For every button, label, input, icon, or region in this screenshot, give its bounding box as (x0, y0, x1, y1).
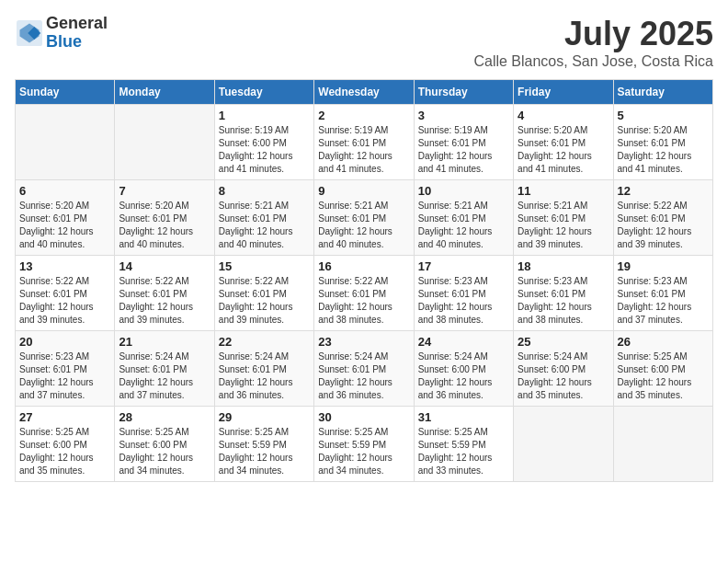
day-number: 19 (618, 259, 709, 273)
day-number: 25 (518, 335, 609, 349)
day-info: Sunrise: 5:24 AMSunset: 6:00 PMDaylight:… (518, 350, 609, 402)
day-info: Sunrise: 5:23 AMSunset: 6:01 PMDaylight:… (518, 275, 609, 327)
day-info: Sunrise: 5:19 AMSunset: 6:01 PMDaylight:… (318, 124, 409, 176)
day-info: Sunrise: 5:22 AMSunset: 6:01 PMDaylight:… (618, 200, 709, 251)
day-number: 31 (418, 410, 509, 424)
calendar-week-row: 13Sunrise: 5:22 AMSunset: 6:01 PMDayligh… (16, 256, 713, 331)
calendar-cell (514, 407, 613, 482)
calendar-cell: 1Sunrise: 5:19 AMSunset: 6:00 PMDaylight… (214, 105, 313, 180)
calendar-week-row: 1Sunrise: 5:19 AMSunset: 6:00 PMDaylight… (16, 105, 713, 180)
title-area: July 2025 Calle Blancos, San Jose, Costa… (473, 15, 713, 70)
day-number: 6 (19, 184, 110, 198)
day-number: 7 (119, 184, 210, 198)
day-number: 17 (418, 259, 509, 273)
day-info: Sunrise: 5:23 AMSunset: 6:01 PMDaylight:… (19, 350, 110, 402)
calendar-cell: 12Sunrise: 5:22 AMSunset: 6:01 PMDayligh… (613, 180, 712, 256)
day-number: 5 (618, 109, 709, 122)
logo: General Blue (15, 15, 108, 52)
day-number: 21 (119, 335, 210, 349)
day-number: 4 (518, 109, 609, 122)
day-info: Sunrise: 5:22 AMSunset: 6:01 PMDaylight:… (219, 275, 310, 327)
day-number: 23 (318, 335, 409, 349)
calendar-cell: 31Sunrise: 5:25 AMSunset: 5:59 PMDayligh… (414, 407, 513, 482)
calendar-cell: 29Sunrise: 5:25 AMSunset: 5:59 PMDayligh… (214, 407, 313, 482)
calendar-header-row: SundayMondayTuesdayWednesdayThursdayFrid… (16, 80, 713, 105)
day-info: Sunrise: 5:24 AMSunset: 6:01 PMDaylight:… (318, 350, 409, 402)
day-info: Sunrise: 5:21 AMSunset: 6:01 PMDaylight:… (219, 200, 310, 251)
calendar-header-tuesday: Tuesday (214, 80, 313, 105)
day-info: Sunrise: 5:25 AMSunset: 5:59 PMDaylight:… (318, 426, 409, 477)
day-info: Sunrise: 5:22 AMSunset: 6:01 PMDaylight:… (318, 275, 409, 327)
calendar-cell: 9Sunrise: 5:21 AMSunset: 6:01 PMDaylight… (314, 180, 414, 256)
calendar-cell: 24Sunrise: 5:24 AMSunset: 6:00 PMDayligh… (414, 331, 513, 407)
calendar-cell: 2Sunrise: 5:19 AMSunset: 6:01 PMDaylight… (314, 105, 414, 180)
calendar-header-saturday: Saturday (613, 80, 712, 105)
day-number: 2 (318, 109, 409, 122)
calendar-cell: 15Sunrise: 5:22 AMSunset: 6:01 PMDayligh… (214, 256, 313, 331)
day-number: 30 (318, 410, 409, 424)
day-info: Sunrise: 5:24 AMSunset: 6:00 PMDaylight:… (418, 350, 509, 402)
calendar-cell: 7Sunrise: 5:20 AMSunset: 6:01 PMDaylight… (115, 180, 214, 256)
logo-text-stack: General Blue (46, 15, 108, 52)
day-number: 29 (219, 410, 310, 424)
calendar-cell: 25Sunrise: 5:24 AMSunset: 6:00 PMDayligh… (514, 331, 613, 407)
calendar-header-wednesday: Wednesday (314, 80, 414, 105)
logo-general: General (46, 15, 108, 33)
calendar-cell: 14Sunrise: 5:22 AMSunset: 6:01 PMDayligh… (115, 256, 214, 331)
logo-blue: Blue (46, 33, 108, 52)
day-number: 24 (418, 335, 509, 349)
calendar-header-monday: Monday (115, 80, 214, 105)
calendar-cell: 6Sunrise: 5:20 AMSunset: 6:01 PMDaylight… (16, 180, 115, 256)
calendar-cell: 21Sunrise: 5:24 AMSunset: 6:01 PMDayligh… (115, 331, 214, 407)
calendar-cell (16, 105, 115, 180)
day-number: 10 (418, 184, 509, 198)
day-info: Sunrise: 5:20 AMSunset: 6:01 PMDaylight:… (618, 124, 709, 176)
day-info: Sunrise: 5:20 AMSunset: 6:01 PMDaylight:… (119, 200, 210, 251)
calendar-cell: 5Sunrise: 5:20 AMSunset: 6:01 PMDaylight… (613, 105, 712, 180)
location: Calle Blancos, San Jose, Costa Rica (473, 53, 713, 70)
calendar-cell: 22Sunrise: 5:24 AMSunset: 6:01 PMDayligh… (214, 331, 313, 407)
day-number: 22 (219, 335, 310, 349)
calendar-cell: 20Sunrise: 5:23 AMSunset: 6:01 PMDayligh… (16, 331, 115, 407)
calendar-cell: 27Sunrise: 5:25 AMSunset: 6:00 PMDayligh… (16, 407, 115, 482)
day-info: Sunrise: 5:25 AMSunset: 5:59 PMDaylight:… (418, 426, 509, 477)
calendar-cell: 4Sunrise: 5:20 AMSunset: 6:01 PMDaylight… (514, 105, 613, 180)
day-number: 12 (618, 184, 709, 198)
calendar-week-row: 27Sunrise: 5:25 AMSunset: 6:00 PMDayligh… (16, 407, 713, 482)
header: General Blue July 2025 Calle Blancos, Sa… (15, 15, 713, 70)
day-number: 20 (19, 335, 110, 349)
calendar-cell: 23Sunrise: 5:24 AMSunset: 6:01 PMDayligh… (314, 331, 414, 407)
calendar-cell: 18Sunrise: 5:23 AMSunset: 6:01 PMDayligh… (514, 256, 613, 331)
day-info: Sunrise: 5:19 AMSunset: 6:00 PMDaylight:… (219, 124, 310, 176)
day-number: 9 (318, 184, 409, 198)
day-info: Sunrise: 5:22 AMSunset: 6:01 PMDaylight:… (119, 275, 210, 327)
calendar-cell: 17Sunrise: 5:23 AMSunset: 6:01 PMDayligh… (414, 256, 513, 331)
calendar-week-row: 20Sunrise: 5:23 AMSunset: 6:01 PMDayligh… (16, 331, 713, 407)
calendar-cell: 3Sunrise: 5:19 AMSunset: 6:01 PMDaylight… (414, 105, 513, 180)
day-number: 1 (219, 109, 310, 122)
calendar-week-row: 6Sunrise: 5:20 AMSunset: 6:01 PMDaylight… (16, 180, 713, 256)
calendar-header-sunday: Sunday (16, 80, 115, 105)
day-info: Sunrise: 5:19 AMSunset: 6:01 PMDaylight:… (418, 124, 509, 176)
day-info: Sunrise: 5:20 AMSunset: 6:01 PMDaylight:… (518, 124, 609, 176)
day-info: Sunrise: 5:24 AMSunset: 6:01 PMDaylight:… (119, 350, 210, 402)
day-number: 11 (518, 184, 609, 198)
day-info: Sunrise: 5:25 AMSunset: 6:00 PMDaylight:… (19, 426, 110, 477)
calendar-cell: 8Sunrise: 5:21 AMSunset: 6:01 PMDaylight… (214, 180, 313, 256)
day-number: 18 (518, 259, 609, 273)
logo-icon (17, 20, 42, 46)
calendar-cell: 28Sunrise: 5:25 AMSunset: 6:00 PMDayligh… (115, 407, 214, 482)
day-number: 8 (219, 184, 310, 198)
calendar-cell: 26Sunrise: 5:25 AMSunset: 6:00 PMDayligh… (613, 331, 712, 407)
calendar-cell: 19Sunrise: 5:23 AMSunset: 6:01 PMDayligh… (613, 256, 712, 331)
calendar-cell (613, 407, 712, 482)
day-info: Sunrise: 5:22 AMSunset: 6:01 PMDaylight:… (19, 275, 110, 327)
calendar-cell: 10Sunrise: 5:21 AMSunset: 6:01 PMDayligh… (414, 180, 513, 256)
day-info: Sunrise: 5:21 AMSunset: 6:01 PMDaylight:… (318, 200, 409, 251)
day-info: Sunrise: 5:20 AMSunset: 6:01 PMDaylight:… (19, 200, 110, 251)
day-info: Sunrise: 5:25 AMSunset: 6:00 PMDaylight:… (119, 426, 210, 477)
day-number: 28 (119, 410, 210, 424)
day-number: 27 (19, 410, 110, 424)
calendar-cell (115, 105, 214, 180)
day-number: 16 (318, 259, 409, 273)
